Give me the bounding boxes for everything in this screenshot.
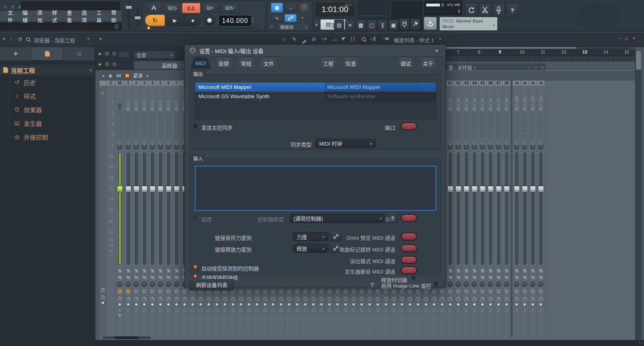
strip-clock-icon[interactable]: ◷ — [239, 296, 243, 301]
strip-dot[interactable] — [320, 303, 322, 305]
strip-clock-icon[interactable]: ◷ — [118, 296, 122, 301]
stereo-sep-icon[interactable]: ⇅ — [134, 269, 138, 273]
route-triangle-icon[interactable]: △ — [328, 307, 331, 312]
route-triangle-icon[interactable]: △ — [497, 307, 500, 312]
strip-dot[interactable] — [288, 303, 290, 305]
playlist-maximize-icon[interactable]: □ — [625, 36, 628, 41]
route-triangle-icon[interactable]: △ — [135, 307, 138, 312]
shuffle-slider[interactable] — [146, 28, 259, 29]
strip-pan-knob[interactable] — [166, 144, 171, 150]
pan-icon[interactable]: ⇆ — [523, 275, 526, 280]
tab-工程[interactable]: 工程 — [318, 58, 339, 69]
channel-pan-knob[interactable] — [104, 62, 110, 67]
strip-clock-icon[interactable]: ◷ — [271, 296, 275, 301]
playlist-vscrollbar[interactable] — [635, 51, 642, 340]
fx-bulb-icon[interactable]: Ω — [328, 289, 331, 294]
strip-clock-icon[interactable]: ◷ — [424, 296, 428, 301]
strip-clock-icon[interactable]: ◷ — [530, 296, 535, 301]
strip-dot[interactable] — [449, 303, 451, 305]
route-triangle-icon[interactable]: △ — [473, 307, 476, 312]
fx-bulb-icon[interactable]: Ω — [279, 289, 283, 294]
browser-back-icon[interactable]: ↺ — [18, 36, 22, 42]
stop-button[interactable]: ■ — [184, 14, 201, 26]
strip-dot[interactable] — [127, 303, 129, 305]
route-triangle-icon[interactable]: △ — [368, 307, 372, 312]
strip-dot[interactable] — [216, 303, 218, 305]
strip-knob[interactable] — [134, 282, 139, 287]
news-banner[interactable]: 08/26Harmor Bass Music Library ▸ — [440, 17, 497, 31]
strip-dot[interactable] — [409, 303, 411, 305]
stereo-sep-icon[interactable]: ⇅ — [456, 269, 460, 273]
strip-dot[interactable] — [280, 303, 282, 305]
strip-fader[interactable] — [132, 152, 140, 266]
strip-knob[interactable] — [522, 282, 527, 287]
pan-icon[interactable]: ⇆ — [456, 275, 460, 280]
strip-pan-knob[interactable] — [448, 144, 453, 150]
stereo-sep-icon[interactable]: ⇅ — [126, 269, 130, 273]
route-triangle-icon[interactable]: △ — [505, 307, 508, 312]
strip-clock-icon[interactable]: ◷ — [206, 296, 211, 301]
delete-tool-icon[interactable]: ⊘ — [312, 36, 316, 42]
main-volume-knob[interactable] — [299, 2, 310, 13]
pan-icon[interactable]: ⇆ — [505, 275, 508, 280]
content-download-button[interactable] — [424, 17, 437, 30]
strip-fader[interactable] — [495, 152, 502, 266]
fx-bulb-icon[interactable]: Ω — [336, 289, 339, 294]
channel-window-titlebar[interactable]: 窗 - 采样器 ▸ − □ × — [446, 64, 546, 71]
toggle-on-release-radio[interactable] — [411, 275, 416, 280]
strip-dot[interactable] — [184, 303, 186, 305]
strip-clock-icon[interactable]: ◷ — [190, 296, 194, 301]
strip-dot[interactable] — [240, 303, 242, 305]
route-triangle-icon[interactable]: △ — [376, 307, 380, 312]
fx-bulb-icon[interactable]: Ω — [408, 289, 412, 294]
browser-item-历史[interactable]: ↺历史 — [0, 75, 95, 89]
stereo-sep-icon[interactable]: ⇅ — [473, 269, 476, 273]
pan-icon[interactable]: ⇆ — [481, 275, 484, 280]
strip-dot[interactable] — [457, 303, 459, 305]
shuffle-handle[interactable] — [147, 26, 151, 30]
stereo-sep-icon[interactable]: ⇅ — [448, 269, 452, 273]
channel-led[interactable] — [99, 63, 101, 66]
mixer-track-strip[interactable]: 45插入 45⇅⇆Ω◷△ — [479, 80, 487, 337]
strip-fader[interactable] — [479, 152, 486, 266]
route-triangle-icon[interactable]: △ — [159, 307, 162, 312]
fader-handle[interactable] — [149, 186, 155, 192]
strip-pan-knob[interactable] — [480, 144, 485, 150]
fx-bulb-icon[interactable]: Ω — [531, 289, 535, 294]
resize-grip[interactable] — [638, 341, 643, 345]
strip-clock-icon[interactable]: ◷ — [174, 296, 178, 301]
fx-bulb-icon[interactable]: Ω — [352, 289, 355, 294]
fader-handle[interactable] — [522, 186, 528, 192]
playlist-window-button[interactable]: ▤ — [334, 20, 344, 31]
route-triangle-icon[interactable]: △ — [352, 307, 355, 312]
midi-device-row[interactable]: Microsoft GS Wavetable SynthSoftware syn… — [195, 92, 436, 101]
channel-filter-selector[interactable]: 全部▸ — [134, 51, 175, 59]
strip-clock-icon[interactable]: ◷ — [287, 296, 291, 301]
browser-panel-title[interactable]: 浏览器 - 当前工程 — [34, 36, 75, 44]
route-triangle-icon[interactable]: △ — [489, 307, 492, 312]
pan-icon[interactable]: ⇆ — [473, 275, 476, 280]
strip-clock-icon[interactable]: ◷ — [400, 296, 404, 301]
strip-clock-icon[interactable]: ◷ — [335, 296, 339, 301]
channel-knob[interactable] — [104, 51, 110, 57]
strip-clock-icon[interactable]: ◷ — [158, 296, 162, 301]
bpm-stepper[interactable]: ▴▾ — [252, 16, 254, 24]
strip-clock-icon[interactable]: ◷ — [367, 296, 372, 301]
route-arrow-icon[interactable]: ▼ — [118, 314, 122, 317]
stereo-sep-icon[interactable]: ⇅ — [481, 269, 484, 273]
hold-support-radio[interactable] — [192, 273, 198, 279]
route-triangle-icon[interactable]: △ — [248, 307, 251, 312]
controller-type-selector[interactable]: (通用控制器)▸ — [290, 214, 386, 223]
fader-handle[interactable] — [133, 186, 139, 192]
paint-tool-icon[interactable] — [302, 38, 307, 44]
mixer-master-strip[interactable]: M主控⇅⇆Ω◷▴▼ — [116, 80, 124, 337]
stereo-sep-icon[interactable]: ⇅ — [531, 269, 535, 273]
strip-knob[interactable] — [166, 282, 171, 287]
route-triangle-icon[interactable]: △ — [336, 307, 339, 312]
input-enable-radio[interactable] — [192, 215, 198, 221]
strip-dot[interactable] — [208, 303, 210, 305]
channel-display[interactable]: ... — [119, 51, 129, 57]
mixer-track-strip[interactable]: 102插入 102⇅⇆Ω◷△ — [529, 80, 537, 337]
strip-clock-icon[interactable]: ◷ — [376, 296, 380, 301]
fader-handle[interactable] — [471, 186, 477, 192]
